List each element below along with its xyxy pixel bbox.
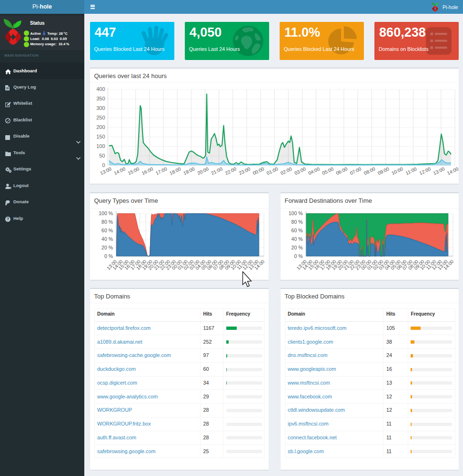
svg-text:?: ? bbox=[6, 217, 9, 221]
